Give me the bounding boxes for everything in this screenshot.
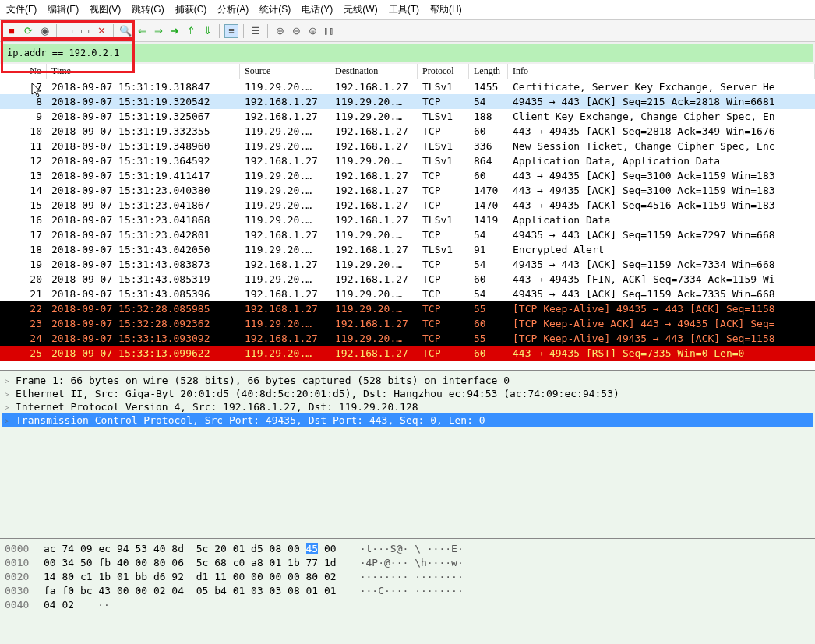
- start-capture-icon[interactable]: ■: [5, 24, 19, 38]
- packet-row[interactable]: 222018-09-07 15:32:28.085985192.168.1.27…: [0, 301, 815, 316]
- packet-row[interactable]: 82018-09-07 15:31:19.320542192.168.1.271…: [0, 94, 815, 109]
- go-to-icon[interactable]: ➜: [168, 24, 182, 38]
- expand-icon[interactable]: ▷: [5, 403, 12, 411]
- close-file-icon[interactable]: ✕: [94, 24, 108, 38]
- packet-row[interactable]: 252018-09-07 15:33:13.099622119.29.20.…1…: [0, 346, 815, 361]
- packet-details-pane[interactable]: ▷Frame 1: 66 bytes on wire (528 bits), 6…: [0, 371, 815, 539]
- hex-row[interactable]: 0030fa f0 bc 43 00 00 02 04 05 b4 01 03 …: [5, 584, 810, 598]
- column-header-length[interactable]: Length: [469, 64, 508, 79]
- packet-row[interactable]: 102018-09-07 15:31:19.332355119.29.20.…1…: [0, 124, 815, 139]
- zoom-reset-icon[interactable]: ⊜: [305, 24, 319, 38]
- menu-item[interactable]: 无线(W): [344, 3, 377, 16]
- column-header-time[interactable]: Time: [47, 64, 240, 79]
- toolbar-divider: [219, 24, 220, 38]
- packet-row[interactable]: 132018-09-07 15:31:19.411417119.29.20.…1…: [0, 168, 815, 183]
- column-header-no[interactable]: No: [0, 64, 47, 79]
- find-icon[interactable]: 🔍: [118, 24, 132, 38]
- packet-row[interactable]: 202018-09-07 15:31:43.085319119.29.20.…1…: [0, 272, 815, 287]
- expand-icon[interactable]: ▷: [5, 417, 12, 424]
- display-filter-bar: [2, 44, 813, 62]
- column-header-source[interactable]: Source: [240, 64, 330, 79]
- packet-row[interactable]: 122018-09-07 15:31:19.364592192.168.1.27…: [0, 153, 815, 168]
- menu-item[interactable]: 分析(A): [217, 3, 249, 16]
- packet-bytes-pane[interactable]: 0000ac 74 09 ec 94 53 40 8d 5c 20 01 d5 …: [0, 539, 815, 644]
- menu-item[interactable]: 电话(Y): [302, 3, 333, 16]
- menu-item[interactable]: 捕获(C): [175, 3, 207, 16]
- menu-item[interactable]: 帮助(H): [430, 3, 462, 16]
- display-filter-input[interactable]: [5, 46, 810, 60]
- menu-item[interactable]: 视图(V): [90, 3, 121, 16]
- toolbar-divider: [267, 24, 268, 38]
- menu-item[interactable]: 统计(S): [259, 3, 291, 16]
- detail-tree-item[interactable]: ▷Transmission Control Protocol, Src Port…: [2, 413, 813, 427]
- packet-row[interactable]: 142018-09-07 15:31:23.040380119.29.20.…1…: [0, 183, 815, 198]
- detail-tree-item[interactable]: ▷Ethernet II, Src: Giga-Byt_20:01:d5 (40…: [2, 387, 813, 400]
- packet-row[interactable]: 152018-09-07 15:31:23.041867119.29.20.…1…: [0, 198, 815, 213]
- packet-row[interactable]: 72018-09-07 15:31:19.318847119.29.20.…19…: [0, 79, 815, 94]
- column-header-info[interactable]: Info: [508, 64, 815, 79]
- column-header-destination[interactable]: Destination: [330, 64, 418, 79]
- hex-row[interactable]: 002014 80 c1 1b 01 bb d6 92 d1 11 00 00 …: [5, 570, 810, 584]
- packet-row[interactable]: 112018-09-07 15:31:19.348960119.29.20.…1…: [0, 139, 815, 153]
- hex-row[interactable]: 001000 34 50 fb 40 00 80 06 5c 68 c0 a8 …: [5, 556, 810, 570]
- zoom-in-icon[interactable]: ⊕: [273, 24, 287, 38]
- zoom-out-icon[interactable]: ⊖: [289, 24, 303, 38]
- toolbar-divider: [56, 24, 57, 38]
- save-file-icon[interactable]: ▭: [78, 24, 92, 38]
- packet-list-header[interactable]: No Time Source Destination Protocol Leng…: [0, 64, 815, 79]
- detail-tree-item[interactable]: ▷Internet Protocol Version 4, Src: 192.1…: [2, 400, 813, 413]
- restart-capture-icon[interactable]: ⟳: [21, 24, 35, 38]
- packet-row[interactable]: 192018-09-07 15:31:43.083873192.168.1.27…: [0, 257, 815, 272]
- menu-item[interactable]: 文件(F): [6, 3, 37, 16]
- packet-row[interactable]: 92018-09-07 15:31:19.325067192.168.1.271…: [0, 109, 815, 124]
- detail-tree-item[interactable]: ▷Frame 1: 66 bytes on wire (528 bits), 6…: [2, 374, 813, 387]
- packet-list-pane[interactable]: No Time Source Destination Protocol Leng…: [0, 64, 815, 371]
- packet-row[interactable]: 232018-09-07 15:32:28.092362119.29.20.…1…: [0, 316, 815, 331]
- packet-row[interactable]: 182018-09-07 15:31:43.042050119.29.20.…1…: [0, 242, 815, 257]
- go-last-icon[interactable]: ⇓: [200, 24, 214, 38]
- toolbar: ■ ⟳ ◉ ▭ ▭ ✕ 🔍 ⇐ ⇒ ➜ ⇑ ⇓ ≡ ☰ ⊕ ⊖ ⊜ ⫿⫿: [0, 20, 815, 42]
- menu-item[interactable]: 跳转(G): [132, 3, 164, 16]
- packet-row[interactable]: 212018-09-07 15:31:43.085396192.168.1.27…: [0, 287, 815, 301]
- resize-columns-icon[interactable]: ⫿⫿: [322, 24, 336, 38]
- auto-scroll-icon[interactable]: ≡: [224, 24, 238, 38]
- hex-row[interactable]: 0000ac 74 09 ec 94 53 40 8d 5c 20 01 d5 …: [5, 542, 810, 556]
- expand-icon[interactable]: ▷: [5, 390, 12, 398]
- toolbar-divider: [113, 24, 114, 38]
- open-file-icon[interactable]: ▭: [62, 24, 76, 38]
- go-forward-icon[interactable]: ⇒: [151, 24, 165, 38]
- menu-item[interactable]: 编辑(E): [48, 3, 79, 16]
- stop-capture-icon[interactable]: ◉: [37, 24, 51, 38]
- toolbar-divider: [243, 24, 244, 38]
- packet-row[interactable]: 242018-09-07 15:33:13.093092192.168.1.27…: [0, 331, 815, 346]
- go-back-icon[interactable]: ⇐: [135, 24, 149, 38]
- hex-row[interactable]: 004004 02··: [5, 598, 810, 612]
- packet-row[interactable]: 172018-09-07 15:31:23.042801192.168.1.27…: [0, 227, 815, 242]
- expand-icon[interactable]: ▷: [5, 377, 12, 385]
- menu-item[interactable]: 工具(T): [389, 3, 419, 16]
- column-header-protocol[interactable]: Protocol: [418, 64, 469, 79]
- packet-row[interactable]: 162018-09-07 15:31:23.041868119.29.20.…1…: [0, 213, 815, 227]
- menu-bar: 文件(F)编辑(E)视图(V)跳转(G)捕获(C)分析(A)统计(S)电话(Y)…: [0, 0, 815, 20]
- colorize-icon[interactable]: ☰: [249, 24, 263, 38]
- go-first-icon[interactable]: ⇑: [184, 24, 198, 38]
